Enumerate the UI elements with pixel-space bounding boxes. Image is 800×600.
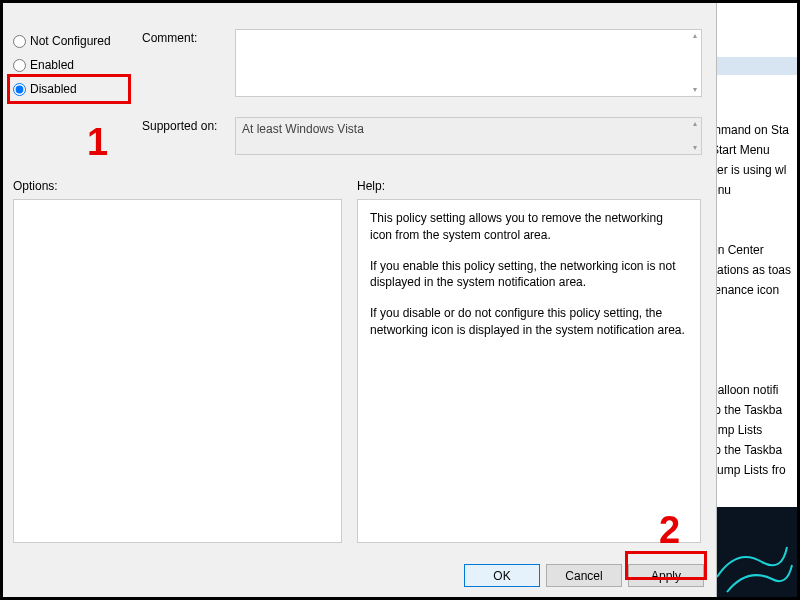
chevron-up-icon[interactable]: ▴ bbox=[689, 119, 701, 129]
chevron-down-icon[interactable]: ▾ bbox=[689, 85, 701, 95]
bg-line: ump Lists bbox=[711, 423, 797, 437]
bg-line: tenance icon bbox=[711, 283, 797, 297]
cancel-button[interactable]: Cancel bbox=[546, 564, 622, 587]
bg-line: cations as toas bbox=[711, 263, 797, 277]
bg-line: to the Taskba bbox=[711, 443, 797, 457]
ok-button[interactable]: OK bbox=[464, 564, 540, 587]
radio-disabled-label: Disabled bbox=[30, 82, 77, 96]
radio-not-configured-input[interactable] bbox=[13, 35, 26, 48]
comment-field[interactable] bbox=[235, 29, 702, 97]
policy-dialog: Not Configured Enabled Disabled Comment:… bbox=[3, 3, 717, 599]
help-panel: This policy setting allows you to remove… bbox=[357, 199, 701, 543]
background-list-header bbox=[707, 57, 797, 75]
supported-on-field bbox=[235, 117, 702, 155]
bg-line: Jump Lists fro bbox=[711, 463, 797, 477]
options-label: Options: bbox=[13, 179, 58, 193]
bg-line: n bbox=[711, 363, 797, 377]
radio-enabled[interactable]: Enabled bbox=[13, 55, 111, 75]
chevron-down-icon[interactable]: ▾ bbox=[689, 143, 701, 153]
help-label: Help: bbox=[357, 179, 385, 193]
help-text: If you enable this policy setting, the n… bbox=[370, 258, 688, 292]
help-text: This policy setting allows you to remove… bbox=[370, 210, 688, 244]
comment-label: Comment: bbox=[142, 31, 197, 45]
bg-line: d bbox=[711, 203, 797, 217]
radio-disabled-input[interactable] bbox=[13, 83, 26, 96]
radio-disabled[interactable]: Disabled bbox=[13, 79, 111, 99]
options-panel bbox=[13, 199, 342, 543]
dialog-buttons: OK Cancel Apply bbox=[464, 564, 704, 587]
bg-line: on Center bbox=[711, 243, 797, 257]
radio-enabled-input[interactable] bbox=[13, 59, 26, 72]
apply-button[interactable]: Apply bbox=[628, 564, 704, 587]
bg-line: enu bbox=[711, 183, 797, 197]
radio-enabled-label: Enabled bbox=[30, 58, 74, 72]
bg-line: mmand on Sta bbox=[711, 123, 797, 137]
radio-not-configured[interactable]: Not Configured bbox=[13, 31, 111, 51]
policy-state-radios: Not Configured Enabled Disabled bbox=[13, 31, 111, 103]
bg-line: to the Taskba bbox=[711, 403, 797, 417]
help-text: If you disable or do not configure this … bbox=[370, 305, 688, 339]
bg-line: Start Menu bbox=[711, 143, 797, 157]
radio-not-configured-label: Not Configured bbox=[30, 34, 111, 48]
chevron-up-icon[interactable]: ▴ bbox=[689, 31, 701, 41]
bg-line: balloon notifi bbox=[711, 383, 797, 397]
bg-line: ser is using wl bbox=[711, 163, 797, 177]
supported-on-label: Supported on: bbox=[142, 119, 217, 133]
background-desktop bbox=[707, 507, 797, 597]
